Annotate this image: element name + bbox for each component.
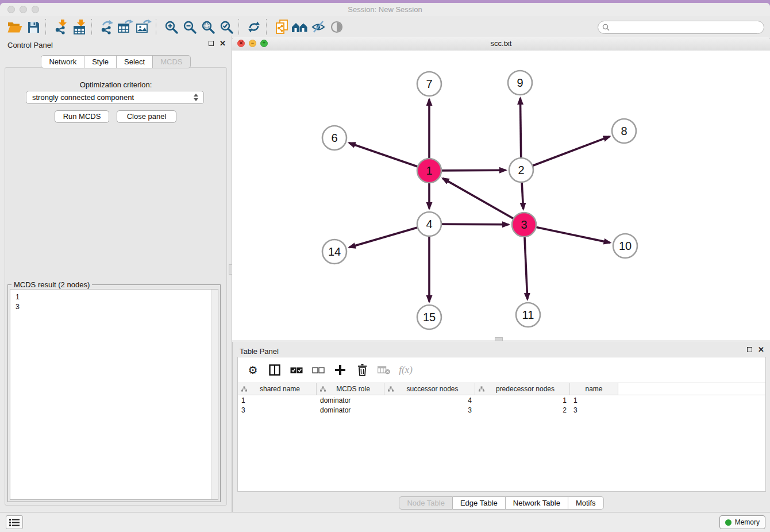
toolbar-separator (91, 19, 93, 35)
node-label: 10 (619, 240, 632, 252)
result-scrollbar[interactable] (211, 290, 218, 499)
import-network-icon[interactable] (52, 18, 70, 36)
close-window-button[interactable] (7, 6, 15, 13)
hide-selected-icon[interactable] (309, 18, 328, 36)
tab-network-table[interactable]: Network Table (506, 496, 568, 510)
export-network-icon[interactable] (98, 18, 116, 36)
close-network-button[interactable]: ✕ (237, 40, 245, 47)
graph-node-2[interactable]: 2 (509, 158, 533, 182)
tab-edge-table[interactable]: Edge Table (453, 496, 506, 510)
open-session-icon[interactable] (6, 18, 24, 36)
tab-network[interactable]: Network (41, 55, 84, 68)
graph-node-4[interactable]: 4 (417, 212, 441, 236)
mcds-result-group: MCDS result (2 nodes) 13 (7, 284, 221, 502)
table-toolbar: ⚙ (238, 357, 765, 383)
network-title: scc.txt (232, 37, 770, 51)
mcds-result-lines: 13 (10, 290, 218, 315)
toolbar-separator (156, 19, 157, 35)
optimization-criterion-label: Optimization criterion: (5, 80, 226, 89)
status-bar: Memory (0, 512, 770, 532)
cell-predecessor-nodes[interactable]: 2 (475, 406, 570, 414)
cell-mcds-role[interactable]: dominator (317, 396, 384, 404)
first-neighbors-icon[interactable] (291, 18, 309, 36)
zoom-network-button[interactable]: + (260, 40, 268, 47)
cell-shared-name[interactable]: 1 (238, 396, 317, 404)
run-mcds-button[interactable]: Run MCDS (55, 110, 109, 123)
maximize-window-button[interactable] (32, 6, 39, 13)
edge-2-to-8[interactable] (521, 137, 610, 170)
tab-style[interactable]: Style (84, 55, 117, 68)
node-table-card: ⚙ (237, 357, 766, 492)
import-table-icon[interactable] (70, 18, 88, 36)
column-header-successor-nodes[interactable]: successor nodes (384, 383, 475, 395)
zoom-out-icon[interactable] (180, 18, 199, 36)
memory-button[interactable]: Memory (719, 515, 765, 529)
graph-node-8[interactable]: 8 (612, 119, 636, 143)
column-header-shared-name[interactable]: shared name (238, 383, 317, 395)
graph-node-3[interactable]: 3 (512, 213, 536, 237)
minimize-network-button[interactable]: − (249, 40, 256, 47)
graph-node-9[interactable]: 9 (508, 71, 532, 95)
network-canvas[interactable]: 7968124314101511 (232, 51, 770, 340)
show-hidden-icon (328, 18, 346, 36)
cell-successor-nodes[interactable]: 3 (384, 406, 475, 414)
column-header-predecessor-nodes[interactable]: predecessor nodes (475, 383, 570, 395)
graph-node-10[interactable]: 10 (613, 234, 637, 258)
cell-shared-name[interactable]: 3 (238, 406, 317, 414)
table-row: 1dominator411 (238, 395, 765, 405)
add-column-icon[interactable] (332, 362, 348, 378)
cell-successor-nodes[interactable]: 4 (384, 396, 475, 404)
cell-name[interactable]: 3 (570, 406, 618, 414)
tab-mcds[interactable]: MCDS (153, 55, 190, 68)
float-panel-icon[interactable] (209, 41, 214, 46)
graph-node-1[interactable]: 1 (417, 159, 441, 183)
node-label: 9 (517, 76, 523, 89)
close-panel-button[interactable]: Close panel (117, 110, 176, 123)
graph-node-11[interactable]: 11 (516, 303, 540, 327)
table-options-gear-icon[interactable]: ⚙ (245, 362, 261, 378)
criterion-dropdown[interactable]: strongly connected component (26, 91, 204, 104)
refresh-view-icon[interactable] (245, 18, 263, 36)
edge-3-to-1[interactable] (443, 178, 525, 225)
horizontal-splitter-handle[interactable] (495, 337, 503, 341)
export-table-icon[interactable] (116, 18, 134, 36)
tab-motifs[interactable]: Motifs (568, 496, 604, 510)
graph-node-15[interactable]: 15 (417, 305, 441, 329)
close-table-panel-icon[interactable]: ✕ (758, 346, 764, 353)
task-list-icon (9, 518, 20, 527)
select-all-icon[interactable] (288, 362, 305, 378)
zoom-selected-icon[interactable] (217, 18, 236, 36)
search-input[interactable] (598, 21, 764, 34)
close-panel-icon[interactable]: ✕ (220, 40, 226, 47)
column-header-name[interactable]: name (570, 383, 618, 395)
clone-network-icon[interactable] (272, 18, 291, 36)
node-label: 14 (328, 245, 341, 258)
tab-select[interactable]: Select (117, 55, 153, 68)
export-image-icon[interactable] (134, 18, 153, 36)
task-history-button[interactable] (6, 515, 23, 529)
minimize-window-button[interactable] (20, 6, 27, 13)
control-panel-title: Control Panel (7, 41, 53, 49)
cell-mcds-role[interactable]: dominator (317, 406, 384, 414)
column-sort-icon (320, 386, 326, 392)
graph-node-7[interactable]: 7 (417, 72, 441, 96)
tab-node-table[interactable]: Node Table (399, 496, 453, 510)
table-rows: 1dominator4113dominator323 (238, 395, 765, 415)
control-panel-tabs: NetworkStyleSelectMCDS (0, 55, 232, 68)
graph-node-6[interactable]: 6 (322, 126, 346, 150)
show-columns-icon[interactable] (267, 362, 283, 378)
save-session-icon[interactable] (24, 18, 43, 36)
zoom-in-icon[interactable] (162, 18, 180, 36)
window-title: Session: New Session (0, 3, 770, 16)
zoom-fit-icon[interactable] (199, 18, 217, 36)
cell-name[interactable]: 1 (570, 396, 618, 404)
delete-column-icon[interactable] (354, 362, 370, 378)
graph-node-14[interactable]: 14 (322, 240, 346, 264)
cell-predecessor-nodes[interactable]: 1 (475, 396, 570, 404)
edge-3-to-10[interactable] (524, 225, 610, 242)
deselect-all-icon[interactable] (310, 362, 326, 378)
column-sort-icon (241, 386, 247, 392)
node-label: 7 (426, 78, 432, 90)
float-table-panel-icon[interactable] (747, 347, 752, 352)
column-header-mcds-role[interactable]: MCDS role (317, 383, 384, 395)
